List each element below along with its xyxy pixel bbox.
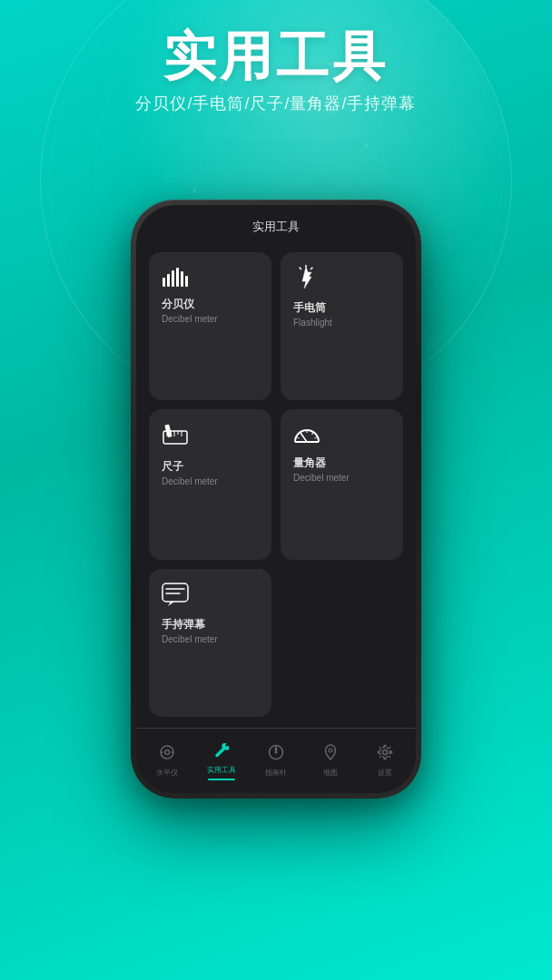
nav-item-compass[interactable]: 指南针 bbox=[249, 744, 303, 778]
level-nav-label: 水平仪 bbox=[156, 768, 178, 778]
tool-card-flashlight[interactable]: 手电筒 Flashlight bbox=[281, 252, 403, 400]
screen-top-bar: 实用工具 bbox=[136, 205, 416, 241]
tools-nav-label: 实用工具 bbox=[207, 765, 236, 775]
protractor-name-cn: 量角器 bbox=[293, 456, 326, 471]
svg-point-52 bbox=[383, 750, 388, 755]
flashlight-name-cn: 手电筒 bbox=[293, 300, 326, 316]
svg-line-26 bbox=[311, 268, 313, 270]
map-nav-icon bbox=[322, 744, 339, 765]
header-section: 实用工具 分贝仪/手电筒/尺子/量角器/手持弹幕 bbox=[0, 27, 552, 114]
svg-rect-19 bbox=[163, 278, 165, 287]
tool-card-ruler[interactable]: 尺子 Decibel meter bbox=[149, 409, 271, 559]
level-nav-icon bbox=[159, 744, 175, 765]
phone-mockup: 实用工具 bbox=[131, 200, 421, 799]
svg-point-53 bbox=[380, 748, 390, 758]
nav-item-level[interactable]: 水平仪 bbox=[140, 744, 194, 778]
tool-card-protractor[interactable]: 量角器 Decibel meter bbox=[281, 409, 403, 559]
svg-line-39 bbox=[298, 437, 300, 438]
phone-inner: 实用工具 bbox=[136, 205, 416, 793]
decibel-icon bbox=[162, 265, 189, 291]
ruler-name-cn: 尺子 bbox=[162, 459, 183, 475]
svg-rect-21 bbox=[172, 270, 174, 287]
svg-line-27 bbox=[300, 268, 301, 270]
phone-screen: 实用工具 bbox=[136, 205, 416, 793]
danmaku-name-en: Decibel meter bbox=[162, 634, 218, 644]
protractor-name-en: Decibel meter bbox=[293, 473, 350, 483]
danmaku-icon bbox=[162, 582, 189, 612]
tool-card-decibel[interactable]: 分贝仪 Decibel meter bbox=[149, 252, 271, 400]
svg-rect-22 bbox=[176, 268, 179, 287]
compass-nav-label: 指南针 bbox=[265, 768, 287, 778]
tool-card-danmaku[interactable]: 手持弹幕 Decibel meter bbox=[149, 569, 271, 717]
svg-rect-23 bbox=[181, 271, 183, 287]
danmaku-name-cn: 手持弹幕 bbox=[162, 617, 205, 632]
svg-rect-24 bbox=[185, 276, 188, 287]
svg-point-51 bbox=[329, 749, 332, 752]
flashlight-name-en: Flashlight bbox=[293, 318, 332, 328]
svg-rect-20 bbox=[167, 274, 170, 287]
nav-active-indicator bbox=[208, 779, 235, 780]
compass-nav-icon bbox=[268, 744, 284, 765]
main-title: 实用工具 bbox=[0, 27, 552, 85]
screen-title: 实用工具 bbox=[252, 219, 300, 235]
svg-line-40 bbox=[315, 437, 317, 438]
ruler-icon bbox=[162, 422, 189, 454]
svg-point-46 bbox=[165, 750, 170, 755]
bottom-nav: 水平仪 实用工具 bbox=[136, 728, 416, 793]
nav-item-map[interactable]: 地图 bbox=[303, 744, 358, 778]
map-nav-label: 地图 bbox=[323, 768, 338, 778]
svg-line-38 bbox=[312, 433, 314, 436]
settings-nav-icon bbox=[377, 744, 393, 765]
phone-outer: 实用工具 bbox=[131, 200, 421, 799]
settings-nav-label: 设置 bbox=[378, 768, 392, 778]
ruler-name-en: Decibel meter bbox=[162, 476, 218, 486]
nav-item-tools[interactable]: 实用工具 bbox=[194, 741, 249, 780]
tools-grid: 分贝仪 Decibel meter bbox=[136, 241, 416, 728]
protractor-icon bbox=[293, 422, 320, 450]
decibel-name-en: Decibel meter bbox=[162, 314, 218, 324]
svg-line-41 bbox=[301, 433, 307, 442]
decibel-name-cn: 分贝仪 bbox=[162, 297, 194, 312]
tools-nav-icon bbox=[213, 741, 230, 762]
svg-rect-42 bbox=[163, 583, 188, 602]
flashlight-icon bbox=[293, 265, 319, 295]
sub-title: 分贝仪/手电筒/尺子/量角器/手持弹幕 bbox=[0, 93, 552, 114]
nav-item-settings[interactable]: 设置 bbox=[358, 744, 412, 778]
